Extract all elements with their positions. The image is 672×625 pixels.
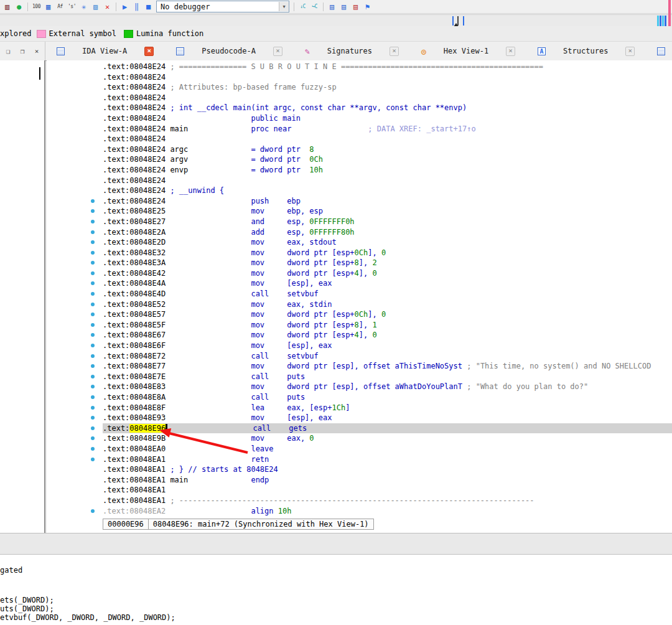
calculator-grid-icon[interactable]: ▦ bbox=[43, 2, 54, 12]
close-panel-icon[interactable]: × bbox=[32, 47, 41, 55]
tab-structures[interactable]: AStructures× bbox=[526, 42, 646, 60]
debugger-selector[interactable]: No debugger▼ bbox=[156, 1, 289, 12]
stop-process-icon[interactable]: ■ bbox=[143, 2, 154, 12]
instruction-dot bbox=[91, 281, 95, 285]
names-list-icon[interactable]: ▤ bbox=[338, 2, 349, 12]
tab-close-icon[interactable]: × bbox=[273, 47, 282, 56]
legend-label: Lumina function bbox=[136, 29, 203, 38]
disasm-line[interactable]: .text:08048E24 argv = dword ptr 0Ch bbox=[103, 154, 672, 165]
disasm-line[interactable]: .text:08048EA1 bbox=[103, 485, 672, 496]
snapshot-icon[interactable]: ▥ bbox=[2, 2, 12, 12]
ida-view-icon bbox=[57, 47, 65, 55]
disasm-line[interactable]: .text:08048E6F mov [esp], eax bbox=[103, 341, 672, 351]
disasm-line[interactable]: .text:08048E2A add esp, 0FFFFFF80h bbox=[103, 227, 672, 238]
disasm-line[interactable]: .text:08048E4A mov [esp], eax bbox=[103, 278, 672, 289]
disasm-line[interactable]: .text:08048E24 argc = dword ptr 8 bbox=[103, 144, 672, 155]
delete-icon[interactable]: ✕ bbox=[102, 2, 113, 12]
instruction-dot bbox=[91, 292, 95, 296]
tab-pseudocode-a[interactable]: Pseudocode-A× bbox=[165, 42, 294, 60]
disasm-line[interactable]: .text:08048E93 mov [esp], eax bbox=[103, 413, 672, 423]
tab-hex-view-1[interactable]: ◎Hex View-1× bbox=[410, 42, 526, 60]
disasm-line[interactable]: .text:08048E24 public main bbox=[103, 113, 672, 124]
toolbar-separator bbox=[323, 2, 324, 11]
disasm-line[interactable]: .text:08048EA0 leave bbox=[103, 444, 672, 454]
tab-label: IDA View-A bbox=[82, 47, 127, 55]
tab-close-icon[interactable]: × bbox=[390, 47, 399, 56]
segments-list-icon[interactable]: ▤ bbox=[327, 2, 337, 12]
ascii-icon[interactable]: Af bbox=[55, 2, 65, 12]
navband-stripe bbox=[662, 16, 664, 26]
asterisk-icon[interactable]: ✳ bbox=[78, 2, 89, 12]
chevron-down-icon[interactable]: ▼ bbox=[279, 2, 289, 11]
tab-close-icon[interactable]: × bbox=[625, 47, 635, 56]
disasm-line[interactable]: .text:08048E24 ; Attributes: bp-based fr… bbox=[103, 82, 672, 93]
strings-icon[interactable]: 's' bbox=[67, 2, 77, 12]
disasm-line[interactable]: .text:08048E2D mov eax, stdout bbox=[103, 237, 672, 248]
hundred-icon[interactable]: 100 bbox=[31, 2, 42, 12]
disasm-line[interactable]: .text:08048E8A call puts bbox=[103, 392, 672, 403]
dock-panel-icon[interactable]: ❏ bbox=[4, 47, 12, 55]
tab-extra[interactable] bbox=[646, 42, 672, 60]
tab-close-icon[interactable]: × bbox=[144, 47, 154, 56]
disasm-line[interactable]: .text:08048E24 bbox=[103, 176, 672, 186]
image-icon[interactable]: ▨ bbox=[90, 2, 101, 12]
disasm-line[interactable]: .text:08048EA1 ; } // starts at 8048E24 bbox=[103, 464, 672, 475]
instruction-dot bbox=[91, 426, 95, 430]
float-panel-icon[interactable]: ❐ bbox=[18, 47, 27, 55]
structures-icon: A bbox=[538, 47, 546, 55]
tab-label: Pseudocode-A bbox=[202, 47, 256, 55]
disasm-line[interactable]: .text:08048E24 bbox=[103, 134, 672, 144]
signatures-icon: ✎ bbox=[305, 47, 310, 55]
disasm-line[interactable]: .text:08048EA1 retn bbox=[103, 454, 672, 465]
disasm-line[interactable]: .text:08048E24 push ebp bbox=[103, 196, 672, 207]
disasm-line[interactable]: .text:08048E24 bbox=[103, 72, 672, 83]
disasm-line[interactable]: .text:08048E3A mov dword ptr [esp+8], 2 bbox=[103, 258, 672, 268]
disasm-line[interactable]: .text:08048E25 mov ebp, esp bbox=[103, 206, 672, 217]
step-over-icon[interactable]: ↪C bbox=[309, 2, 320, 12]
disasm-line[interactable]: .text:08048E24 ; __unwind { bbox=[103, 186, 672, 196]
disasm-line[interactable]: .text:08048E67 mov dword ptr [esp+4], 0 bbox=[103, 330, 672, 341]
flag-icon[interactable]: ⚑ bbox=[362, 2, 373, 12]
left-panel[interactable] bbox=[0, 60, 45, 533]
disasm-line[interactable]: .text:08048E24 bbox=[103, 93, 672, 103]
lumina-icon[interactable]: ● bbox=[14, 2, 24, 12]
disasm-line[interactable]: .text:08048E77 mov dword ptr [esp], offs… bbox=[103, 361, 672, 372]
instruction-dot bbox=[91, 395, 95, 399]
disasm-line[interactable]: .text:08048E9B mov eax, 0 bbox=[103, 433, 672, 444]
disasm-line[interactable]: .text:08048E24 ; int __cdecl main(int ar… bbox=[103, 103, 672, 113]
tab-signatures[interactable]: ✎Signatures× bbox=[294, 42, 410, 60]
disasm-line[interactable]: .text:08048E27 and esp, 0FFFFFFF0h bbox=[103, 217, 672, 227]
instruction-dot bbox=[91, 436, 95, 440]
disassembly-view[interactable]: .text:08048E24 ; =============== S U B R… bbox=[47, 60, 672, 533]
disasm-line[interactable]: .text:08048E42 mov dword ptr [esp+4], 0 bbox=[103, 268, 672, 279]
disasm-line[interactable]: .text:08048E83 mov dword ptr [esp], offs… bbox=[103, 382, 672, 392]
disasm-line[interactable]: .text:08048E7E call puts bbox=[103, 372, 672, 382]
tab-bar-tabs: IDA View-A×Pseudocode-A×✎Signatures×◎Hex… bbox=[45, 42, 672, 60]
output-window[interactable]: gated ets(_DWORD);uts(_DWORD);etvbuf(_DW… bbox=[0, 554, 672, 625]
panel-controls: ❏❐× bbox=[0, 47, 45, 55]
tab-ida-view-a[interactable]: IDA View-A× bbox=[45, 42, 165, 60]
disasm-line[interactable]: .text:08048EA2 align 10h bbox=[103, 506, 672, 517]
disasm-line[interactable]: .text:08048E24 main proc near ; DATA XRE… bbox=[103, 124, 672, 134]
disasm-line[interactable]: .text:08048E24 envp = dword ptr 10h bbox=[103, 165, 672, 176]
disasm-line[interactable]: .text:08048E96 call gets bbox=[103, 423, 672, 434]
splitter-band[interactable] bbox=[0, 533, 672, 555]
tab-close-icon[interactable]: × bbox=[506, 47, 515, 56]
pause-process-icon[interactable]: ‖ bbox=[131, 2, 142, 12]
disasm-line[interactable]: .text:08048E4D call setvbuf bbox=[103, 289, 672, 299]
breakpoint-list-icon[interactable]: ▤ bbox=[350, 2, 361, 12]
navigation-band[interactable] bbox=[0, 14, 672, 27]
disasm-line[interactable]: .text:08048EA1 main endp bbox=[103, 475, 672, 486]
text-cursor bbox=[39, 67, 40, 80]
disasm-line[interactable]: .text:08048E32 mov dword ptr [esp+0Ch], … bbox=[103, 248, 672, 258]
disasm-line[interactable]: .text:08048EA1 ; -----------------------… bbox=[103, 496, 672, 506]
step-into-icon[interactable]: ↓C bbox=[297, 2, 308, 12]
disasm-line[interactable]: .text:08048E8F lea eax, [esp+1Ch] bbox=[103, 403, 672, 413]
disasm-line[interactable]: .text:08048E72 call setvbuf bbox=[103, 351, 672, 362]
disasm-line[interactable]: .text:08048E57 mov dword ptr [esp+0Ch], … bbox=[103, 309, 672, 320]
continue-process-icon[interactable]: ▶ bbox=[119, 2, 130, 12]
disasm-line[interactable]: .text:08048E24 ; =============== S U B R… bbox=[103, 62, 672, 72]
disasm-line[interactable]: .text:08048E5F mov dword ptr [esp+8], 1 bbox=[103, 320, 672, 331]
disasm-line[interactable]: .text:08048E52 mov eax, stdin bbox=[103, 299, 672, 310]
main-toolbar: ▥●100▦Af's'✳▨✕▶‖■No debugger▼↓C↪C▤▤▤⚑ bbox=[0, 0, 672, 14]
